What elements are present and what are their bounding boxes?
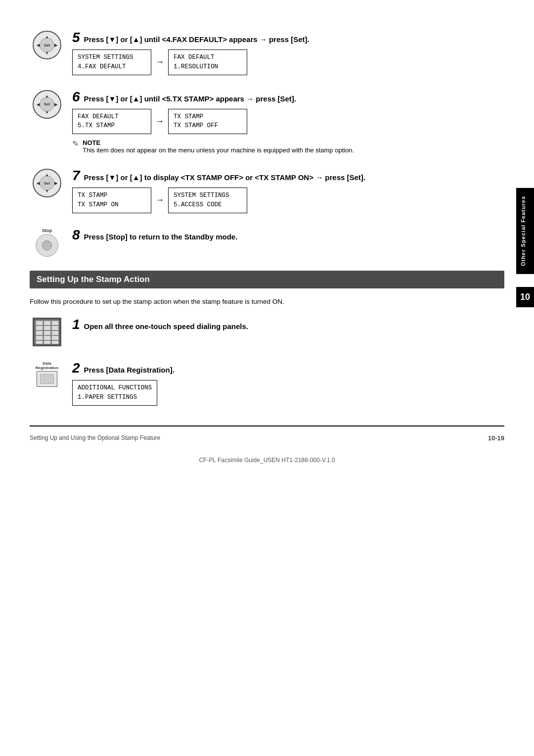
- set-label: Set: [44, 102, 50, 106]
- note-text: This item does not appear on the menu un…: [83, 146, 354, 154]
- step-7-icon: ▲ ▼ ◀ ▶ Set: [30, 168, 64, 197]
- stop-button-wrap: Stop: [36, 228, 58, 257]
- step-5-row: ▲ ▼ ◀ ▶ Set 5 Press [▼] or [▲] until <4.…: [30, 30, 504, 75]
- svg-rect-10: [36, 336, 43, 340]
- step-6-lcd-right: TX STAMP TX STAMP OFF: [168, 109, 247, 135]
- step-7-number: 7: [72, 168, 80, 183]
- step-7-row: ▲ ▼ ◀ ▶ Set 7 Press [▼] or [▲] to displa…: [30, 168, 504, 213]
- svg-rect-14: [44, 341, 50, 344]
- step-8-icon: Stop: [30, 227, 64, 257]
- set-button-7: ▲ ▼ ◀ ▶ Set: [33, 169, 61, 197]
- set-button-5: ▲ ▼ ◀ ▶ Set: [33, 31, 61, 59]
- arrow-left-icon: ◀: [37, 102, 40, 106]
- step-8-text: Press [Stop] to return to the Standby mo…: [84, 233, 237, 241]
- step-5-content: 5 Press [▼] or [▲] until <4.FAX DEFAULT>…: [72, 30, 504, 75]
- step-b2-lcd-row: ADDITIONAL FUNCTIONS 1.PAPER SETTINGS: [72, 380, 504, 406]
- step-7-lcd-left: TX STAMP TX STAMP ON: [72, 188, 151, 213]
- svg-rect-6: [52, 326, 58, 330]
- step-7-content: 7 Press [▼] or [▲] to display <TX STAMP …: [72, 168, 504, 213]
- section-header: Setting Up the Stamp Action: [30, 271, 504, 288]
- arrow-left-icon: ◀: [37, 181, 40, 186]
- footer-left-text: Setting Up and Using the Optional Stamp …: [30, 434, 160, 441]
- chapter-number: 10: [516, 287, 534, 307]
- step-5-number: 5: [72, 30, 80, 45]
- step-6-lcd-row: FAX DEFAULT 5.TX STAMP → TX STAMP TX STA…: [72, 109, 504, 135]
- lcd-arrow-6: →: [155, 116, 164, 127]
- step-6-row: ▲ ▼ ◀ ▶ Set 6 Press [▼] or [▲] until <5.…: [30, 89, 504, 154]
- svg-rect-3: [52, 321, 58, 325]
- svg-rect-13: [36, 341, 43, 344]
- data-reg-inner: [40, 374, 54, 384]
- step-b2-title: 2 Press [Data Registration].: [72, 360, 504, 376]
- step-5-lcd-left: SYSTEM SETTINGS 4.FAX DEFAULT: [72, 49, 151, 75]
- svg-rect-5: [44, 326, 50, 330]
- step-7-lcd-row: TX STAMP TX STAMP ON → SYSTEM SETTINGS 5…: [72, 188, 504, 213]
- step-8-title: 8 Press [Stop] to return to the Standby …: [72, 227, 504, 243]
- step-6-title: 6 Press [▼] or [▲] until <5.TX STAMP> ap…: [72, 89, 504, 105]
- svg-rect-9: [52, 331, 58, 335]
- step-8-content: 8 Press [Stop] to return to the Standby …: [72, 227, 504, 243]
- lcd-arrow-5: →: [155, 57, 164, 67]
- svg-rect-8: [44, 331, 50, 335]
- data-reg-label: DataRegistration: [36, 361, 59, 370]
- step-b1-row: 1 Open all three one-touch speed dialing…: [30, 317, 504, 346]
- step-6-content: 6 Press [▼] or [▲] until <5.TX STAMP> ap…: [72, 89, 504, 154]
- step-b1-content: 1 Open all three one-touch speed dialing…: [72, 317, 504, 332]
- step-b1-icon: [30, 317, 64, 346]
- set-button-6: ▲ ▼ ◀ ▶ Set: [33, 90, 61, 119]
- step-b2-number: 2: [72, 360, 80, 376]
- lcd-arrow-7: →: [155, 195, 164, 205]
- step-7-text: Press [▼] or [▲] to display <TX STAMP OF…: [84, 173, 365, 182]
- stop-button: [36, 234, 58, 257]
- arrow-down-icon: ▼: [45, 189, 49, 193]
- step-6-number: 6: [72, 89, 80, 104]
- svg-rect-15: [52, 341, 58, 344]
- arrow-right-icon: ▶: [54, 102, 57, 106]
- arrow-up-icon: ▲: [45, 173, 49, 177]
- note-icon: ✎: [72, 139, 79, 148]
- step-5-lcd-row: SYSTEM SETTINGS 4.FAX DEFAULT → FAX DEFA…: [72, 49, 504, 75]
- step-5-text: Press [▼] or [▲] until <4.FAX DEFAULT> a…: [84, 35, 309, 44]
- note-content: NOTE This item does not appear on the me…: [83, 139, 354, 154]
- note-section: ✎ NOTE This item does not appear on the …: [72, 139, 504, 154]
- step-5-title: 5 Press [▼] or [▲] until <4.FAX DEFAULT>…: [72, 30, 504, 46]
- svg-rect-2: [44, 321, 50, 325]
- svg-rect-1: [36, 321, 43, 325]
- step-b2-lcd: ADDITIONAL FUNCTIONS 1.PAPER SETTINGS: [72, 380, 157, 406]
- svg-rect-12: [52, 336, 58, 340]
- step-b2-row: DataRegistration 2 Press [Data Registrat…: [30, 360, 504, 406]
- data-reg-button: [37, 371, 57, 387]
- set-label: Set: [44, 181, 50, 186]
- step-7-title: 7 Press [▼] or [▲] to display <TX STAMP …: [72, 168, 504, 184]
- set-label: Set: [44, 43, 50, 47]
- stop-label-text: Stop: [42, 228, 52, 233]
- step-b1-text: Open all three one-touch speed dialing p…: [84, 322, 248, 331]
- step-5-icon: ▲ ▼ ◀ ▶ Set: [30, 30, 64, 59]
- arrow-left-icon: ◀: [37, 43, 40, 47]
- svg-rect-7: [36, 331, 43, 335]
- arrow-right-icon: ▶: [54, 181, 57, 186]
- speed-dial-panels-icon: [33, 318, 61, 346]
- step-b2-icon: DataRegistration: [30, 360, 64, 387]
- footer-page-number: 10-19: [488, 434, 504, 442]
- step-6-text: Press [▼] or [▲] until <5.TX STAMP> appe…: [84, 94, 296, 103]
- side-tab: Other Special Features: [516, 188, 534, 274]
- step-6-lcd-left: FAX DEFAULT 5.TX STAMP: [72, 109, 151, 135]
- step-7-lcd-right: SYSTEM SETTINGS 5.ACCESS CODE: [168, 188, 247, 213]
- arrow-up-icon: ▲: [45, 35, 49, 39]
- arrow-up-icon: ▲: [45, 94, 49, 98]
- step-6-icon: ▲ ▼ ◀ ▶ Set: [30, 89, 64, 119]
- step-b1-title: 1 Open all three one-touch speed dialing…: [72, 317, 504, 332]
- step-b2-text: Press [Data Registration].: [84, 366, 174, 374]
- step-5-lcd-right: FAX DEFAULT 1.RESOLUTION: [168, 49, 247, 75]
- arrow-right-icon: ▶: [54, 43, 57, 47]
- svg-rect-4: [36, 326, 43, 330]
- doc-footer-text: CF-PL Facsimile Guide_USEN HT1-2188-000-…: [199, 457, 335, 464]
- arrow-down-icon: ▼: [45, 110, 49, 115]
- arrow-down-icon: ▼: [45, 51, 49, 55]
- step-b2-content: 2 Press [Data Registration]. ADDITIONAL …: [72, 360, 504, 406]
- page-divider: [30, 425, 504, 426]
- doc-footer: CF-PL Facsimile Guide_USEN HT1-2188-000-…: [30, 457, 504, 464]
- page: Other Special Features 10 ▲ ▼ ◀ ▶ Set 5 …: [0, 0, 534, 756]
- step-8-row: Stop 8 Press [Stop] to return to the Sta…: [30, 227, 504, 257]
